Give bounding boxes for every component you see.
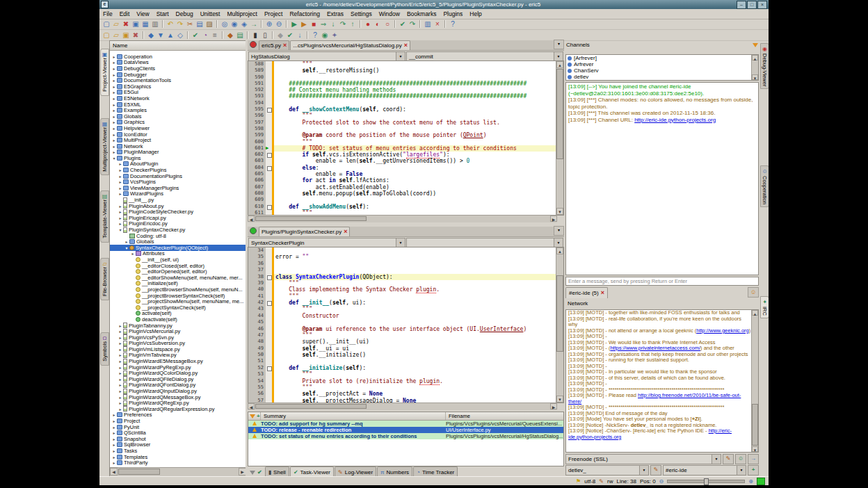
expander-icon[interactable]: ▸ <box>111 442 117 447</box>
expander-icon[interactable]: ▸ <box>118 179 123 184</box>
expander-icon[interactable]: ▸ <box>118 221 123 226</box>
scroll-left-icon[interactable]: ◀ <box>248 403 255 409</box>
add-bookmark-icon[interactable]: ◆ <box>146 31 156 40</box>
message-link[interactable]: http://eric-ide.python-projects.org <box>634 117 716 123</box>
breakpoint-next-icon[interactable]: ◐ <box>373 19 383 29</box>
tree-item-e5xml[interactable]: ▸E5XML <box>110 101 246 108</box>
scrollbar-thumb[interactable] <box>118 469 160 475</box>
unittest-restart-icon[interactable]: ↷ <box>408 19 417 29</box>
dock-tab-project-viewer[interactable]: ▣Project-Viewer <box>100 49 109 96</box>
tree-item-projectbrowsershowmenu-self-menun[interactable]: __projectBrowserShowMenu(self, menuN... <box>110 286 246 293</box>
maximize-button[interactable]: □ <box>747 1 757 9</box>
tree-item-init-self-ui[interactable]: __init__(self, ui) <box>110 257 246 263</box>
copy-icon[interactable]: ▤ <box>195 19 204 29</box>
expander-icon[interactable]: ▸ <box>118 359 123 364</box>
tree-item-pluginwizardqfontdialog-py[interactable]: ▸PluginWizardQFontDialog.py <box>110 382 246 389</box>
close-project-icon[interactable]: ✖ <box>131 31 140 40</box>
zoom-in-icon[interactable]: ⊕ <box>748 478 753 485</box>
unittest-icon[interactable]: ✔ <box>398 19 408 29</box>
tree-item-cooperation[interactable]: ▸Cooperation <box>110 54 246 60</box>
dock-tab-irc[interactable]: ✦IRC <box>760 296 769 318</box>
mercurial-icon[interactable]: ◆ <box>275 31 285 40</box>
debug-script-icon[interactable]: ▶ <box>299 19 309 29</box>
tree-item-pluginericapi-py[interactable]: ▸PluginEricapi.py <box>110 215 246 221</box>
expander-icon[interactable]: ▸ <box>111 430 117 435</box>
tree-item-e5network[interactable]: ▸E5Network <box>110 95 246 101</box>
expander-icon[interactable]: ▸ <box>111 448 117 453</box>
tree-item-pluginvcssubversion-py[interactable]: ▸PluginVcsSubversion.py <box>110 341 246 347</box>
tab-list-button[interactable]: ▾ <box>554 40 564 49</box>
tree-item-plugintabnanny-py[interactable]: ▸PluginTabnanny.py <box>110 323 246 329</box>
expander-icon[interactable]: ▸ <box>118 204 123 209</box>
save-icon[interactable]: ▣ <box>131 19 140 29</box>
tree-item-examples[interactable]: ▸Examples <box>110 107 246 113</box>
tree-item-project[interactable]: ▸Project <box>110 418 246 424</box>
scroll-down-icon[interactable]: ▼ <box>556 396 563 402</box>
profile-icon[interactable]: ◔ <box>200 31 210 40</box>
scroll-right-icon[interactable]: ▶ <box>550 215 557 222</box>
fold-marker-icon[interactable] <box>267 108 272 113</box>
user-chanserv[interactable]: ChanServ <box>566 67 758 74</box>
filter-icon[interactable] <box>250 471 255 475</box>
code-metrics-icon[interactable]: ≡ <box>210 31 220 40</box>
tree-item-network[interactable]: ▸Network <box>110 143 246 149</box>
step-out-icon[interactable]: ↑ <box>348 19 357 29</box>
expander-icon[interactable]: ▸ <box>111 84 117 89</box>
expander-icon[interactable]: ▸ <box>118 371 123 375</box>
channel-combo[interactable]: #eric-ide ▼ <box>663 465 746 475</box>
expander-icon[interactable]: ▸ <box>118 335 123 340</box>
run-script-icon[interactable]: ▶ <box>289 19 299 29</box>
expander-icon[interactable]: ▸ <box>111 455 117 459</box>
menu-plugins[interactable]: Plugins <box>440 10 466 17</box>
scroll-down-icon[interactable]: ▼ <box>752 446 758 452</box>
tree-item-wizardplugins[interactable]: ▸WizardPlugins <box>110 191 246 197</box>
task-row[interactable]: TODO: add support for hg summary --mqPlu… <box>248 421 563 427</box>
tree-item-attributes[interactable]: ▸Attributes <box>110 251 246 257</box>
edit-nick-button[interactable]: ✎ <box>650 465 661 475</box>
editor-tab-eric5-py[interactable]: eric5.py× <box>259 40 289 50</box>
tree-item-pluginwizardqfiledialog-py[interactable]: ▸PluginWizardQFileDialog.py <box>110 376 246 382</box>
chevron-down-icon[interactable]: ▼ <box>712 455 721 464</box>
edit-network-button[interactable]: ✎ <box>723 454 734 464</box>
tree-item-init-py[interactable]: __init__.py <box>110 197 246 203</box>
expander-icon[interactable]: ▸ <box>118 382 123 387</box>
tab-shell[interactable]: ▮Shell <box>265 466 289 477</box>
scrollbar-thumb[interactable] <box>556 69 563 159</box>
tree-item-initialize-self[interactable]: __initialize(self) <box>110 281 246 287</box>
expander-icon[interactable]: ▸ <box>118 161 123 166</box>
scrollbar-thumb[interactable] <box>255 216 367 221</box>
zoom-slider-thumb[interactable] <box>704 478 709 485</box>
vcs-update-icon[interactable]: ↓ <box>295 31 305 40</box>
expander-icon[interactable]: ▸ <box>111 460 117 465</box>
tree-item-documentationplugins[interactable]: ▸DocumentationPlugins <box>110 173 246 179</box>
tree-item-helpviewer[interactable]: ▸Helpviewer <box>110 125 246 131</box>
continue-icon[interactable]: ⇒ <box>319 19 328 29</box>
menu-refactoring[interactable]: Refactoring <box>286 10 323 17</box>
fold-marker-icon[interactable] <box>267 275 272 280</box>
undo-icon[interactable]: ↶ <box>166 19 175 29</box>
tree-item-viewmanagerplugins[interactable]: ▸ViewManagerPlugins <box>110 185 246 191</box>
scroll-left-icon[interactable]: ◀ <box>110 468 118 475</box>
dock-tab-multiproject-viewer[interactable]: ▦Multiproject-Viewer <box>100 118 109 176</box>
paste-icon[interactable]: ▨ <box>204 19 214 29</box>
message-link[interactable]: http://www.geeknic.org <box>696 327 748 334</box>
menu-project[interactable]: Project <box>261 10 286 17</box>
expander-icon[interactable]: ▸ <box>111 78 117 83</box>
tree-item-graphics[interactable]: ▸Graphics <box>110 120 246 126</box>
menu-unittest[interactable]: Unittest <box>197 10 224 17</box>
expander-icon[interactable]: ▸ <box>111 138 117 143</box>
toolbox-menu-icon[interactable]: ✔ <box>257 469 262 475</box>
filter-icon[interactable] <box>250 414 255 418</box>
scrollbar-thumb[interactable] <box>752 404 758 446</box>
scroll-right-icon[interactable]: ▶ <box>550 403 557 409</box>
expander-icon[interactable]: ▾ <box>124 245 129 250</box>
expander-icon[interactable]: ▸ <box>118 215 123 220</box>
expander-icon[interactable]: ▸ <box>118 186 123 190</box>
whats-this-icon[interactable]: ? <box>448 19 458 29</box>
tree-item-tasks[interactable]: ▸Tasks <box>110 448 246 454</box>
network-combo[interactable]: Freenode (SSL) ▼ <box>565 454 721 464</box>
scroll-up-icon[interactable]: ▲ <box>752 310 758 316</box>
tree-item-sqlbrowser[interactable]: ▸SqlBrowser <box>110 442 246 448</box>
tree-item-aboutplugin[interactable]: ▸AboutPlugin <box>110 161 246 168</box>
expander-icon[interactable]: ▸ <box>118 209 123 214</box>
